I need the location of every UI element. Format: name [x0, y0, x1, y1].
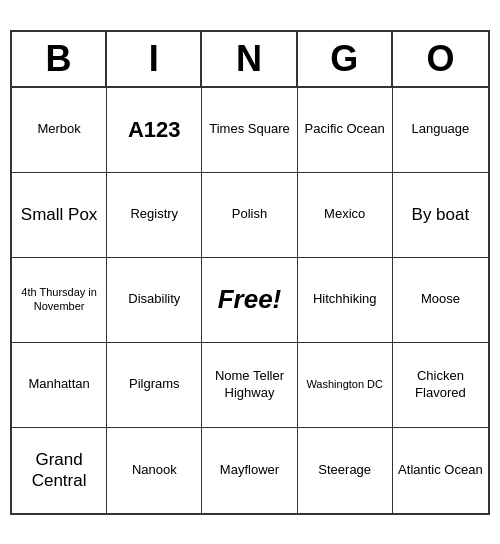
bingo-cell-23: Steerage	[298, 428, 393, 513]
bingo-cell-4: Language	[393, 88, 488, 173]
bingo-cell-2: Times Square	[202, 88, 297, 173]
bingo-cell-10: 4th Thursday in November	[12, 258, 107, 343]
bingo-cell-20: Grand Central	[12, 428, 107, 513]
bingo-cell-14: Moose	[393, 258, 488, 343]
header-letter-b: B	[12, 32, 107, 86]
bingo-cell-16: Pilgrams	[107, 343, 202, 428]
bingo-cell-0: Merbok	[12, 88, 107, 173]
bingo-cell-9: By boat	[393, 173, 488, 258]
bingo-cell-19: Chicken Flavored	[393, 343, 488, 428]
bingo-cell-18: Washington DC	[298, 343, 393, 428]
bingo-cell-22: Mayflower	[202, 428, 297, 513]
bingo-cell-24: Atlantic Ocean	[393, 428, 488, 513]
header-letter-i: I	[107, 32, 202, 86]
bingo-cell-12: Free!	[202, 258, 297, 343]
bingo-cell-21: Nanook	[107, 428, 202, 513]
bingo-cell-6: Registry	[107, 173, 202, 258]
bingo-card: BINGO MerbokA123Times SquarePacific Ocea…	[10, 30, 490, 515]
bingo-cell-7: Polish	[202, 173, 297, 258]
bingo-cell-3: Pacific Ocean	[298, 88, 393, 173]
bingo-grid: MerbokA123Times SquarePacific OceanLangu…	[12, 88, 488, 513]
bingo-cell-11: Disability	[107, 258, 202, 343]
header-letter-g: G	[298, 32, 393, 86]
bingo-cell-5: Small Pox	[12, 173, 107, 258]
bingo-cell-8: Mexico	[298, 173, 393, 258]
bingo-cell-15: Manhattan	[12, 343, 107, 428]
header-letter-o: O	[393, 32, 488, 86]
header-letter-n: N	[202, 32, 297, 86]
bingo-cell-17: Nome Teller Highway	[202, 343, 297, 428]
bingo-header: BINGO	[12, 32, 488, 88]
bingo-cell-1: A123	[107, 88, 202, 173]
bingo-cell-13: Hitchhiking	[298, 258, 393, 343]
